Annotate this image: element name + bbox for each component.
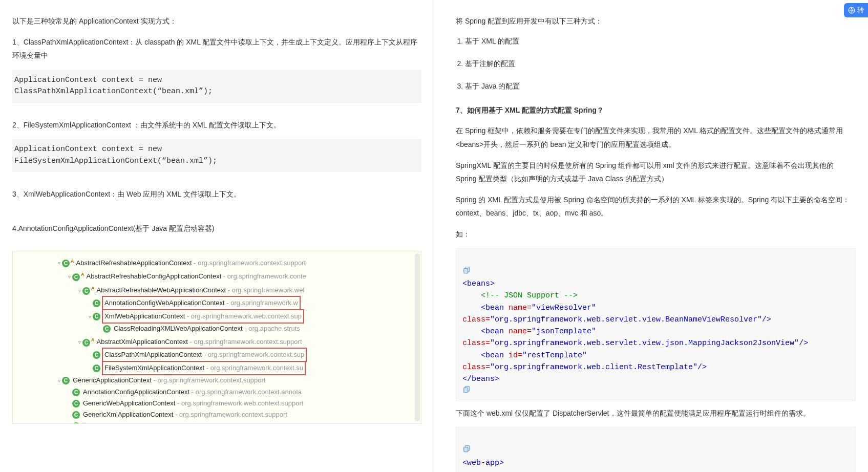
class-icon: C	[93, 364, 100, 372]
package-name: - org.springframework.conte	[221, 273, 306, 281]
package-name: - org.springframework.jca.context	[190, 422, 291, 424]
class-name: AbstractRefreshableConfigApplicationCont…	[87, 273, 222, 281]
xml-value: "jsonTemplate"	[532, 327, 596, 336]
xml-tag: <web-app>	[462, 459, 504, 467]
class-icon: C	[62, 260, 70, 267]
tree-row[interactable]: CGenericXmlApplicationContext - org.spri…	[13, 409, 421, 420]
xml-tag: <bean	[481, 304, 509, 312]
expander-icon[interactable]: ▿	[87, 311, 93, 323]
left-item-4: 4.AnnotationConfigApplicationContext(基于 …	[12, 222, 421, 235]
xml-value: "org.springframework.web.client.RestTemp…	[490, 363, 697, 372]
xml-value: "org.springframework.web.servlet.view.js…	[490, 339, 799, 348]
abstract-marker: A	[71, 259, 74, 264]
class-name: GenericWebApplicationContext	[83, 399, 175, 407]
class-icon: C	[93, 351, 100, 359]
xml-value: "viewResolver"	[532, 304, 596, 312]
class-name: GenericApplicationContext	[73, 376, 152, 384]
tree-row[interactable]: ▿CAAbstractXmlApplicationContext - org.s…	[13, 334, 421, 348]
right-p4: 如：	[456, 227, 856, 241]
class-icon: C	[72, 400, 80, 407]
class-name: AbstractXmlApplicationContext	[97, 338, 188, 346]
list-item: 基于注解的配置	[465, 58, 856, 69]
xml-tag: />	[799, 339, 808, 348]
xml-value: "restTemplate"	[522, 351, 587, 360]
document-page: 以下是三种较常见的 ApplicationContext 实现方式： 1、Cla…	[0, 0, 868, 472]
class-icon: C	[72, 273, 80, 281]
expander-icon[interactable]: ▿	[77, 337, 82, 348]
package-name: - org.apache.struts	[243, 325, 300, 332]
copy-icon[interactable]	[462, 444, 471, 453]
right-p3: Spring 的 XML 配置方式是使用被 Spring 命名空间的所支持的一系…	[456, 193, 856, 220]
right-column: 将 Spring 配置到应用开发中有以下三种方式： 基于 XML 的配置 基于注…	[434, 0, 868, 472]
xml-tag: <beans>	[462, 280, 495, 288]
package-name: - org.springframework.context.support	[152, 376, 266, 384]
xml-attr: class=	[462, 363, 490, 372]
question-7-title: 7、如何用基于 XML 配置的方式配置 Spring？	[456, 103, 856, 117]
class-name: AbstractRefreshableApplicationContext	[76, 259, 192, 267]
expander-icon[interactable]: ▿	[56, 258, 62, 269]
class-icon: C	[82, 339, 90, 347]
left-intro: 以下是三种较常见的 ApplicationContext 实现方式：	[12, 14, 421, 28]
xml-tag: </beans>	[462, 375, 499, 383]
tree-row[interactable]: ▿CAAbstractRefreshableWebApplicationCont…	[13, 283, 421, 296]
left-item-2: 2、FileSystemXmlApplicationContext ：由文件系统…	[12, 118, 421, 132]
copy-icon[interactable]	[462, 385, 471, 393]
xml-code-block-webapp: <web-app>	[456, 427, 856, 472]
package-name: - org.springframework.web.context.sup	[185, 312, 302, 320]
tree-row[interactable]: ▿CAAbstractRefreshableApplicationContext…	[13, 255, 421, 269]
tree-row[interactable]: CAnnotationConfigApplicationContext - or…	[13, 387, 421, 398]
config-ways-list: 基于 XML 的配置 基于注解的配置 基于 Java 的配置	[447, 35, 856, 92]
class-icon: C	[72, 411, 80, 419]
right-p1: 在 Spring 框架中，依赖和服务需要在专门的配置文件来实现，我常用的 XML…	[456, 124, 856, 151]
tree-row[interactable]: CGenericWebApplicationContext - org.spri…	[13, 398, 421, 409]
class-icon: C	[103, 325, 111, 333]
tree-row[interactable]: CResourceAdapterApplicationContext - org…	[13, 420, 421, 424]
tree-row[interactable]: ▿CAAbstractRefreshableConfigApplicationC…	[13, 269, 421, 283]
left-item-3: 3、XmlWebApplicationContext：由 Web 应用的 XML…	[12, 187, 421, 201]
xml-code-block-beans: <beans> <!-- JSON Support --> <bean name…	[456, 248, 856, 401]
xml-tag: <bean	[481, 351, 509, 360]
xml-comment: <!-- JSON Support -->	[481, 291, 578, 300]
xml-attr: id=	[509, 351, 522, 360]
class-name: ResourceAdapterApplicationContext	[83, 422, 190, 424]
tree-row[interactable]: CAnnotationConfigWebApplicationContext -…	[13, 296, 421, 310]
xml-tag: />	[697, 363, 707, 372]
right-p2: SpringXML 配置的主要目的时候是使所有的 Spring 组件都可以用 x…	[456, 159, 856, 186]
tree-row[interactable]: CClassReloadingXMLWebApplicationContext …	[13, 323, 421, 334]
svg-rect-4	[464, 388, 468, 393]
class-name: AnnotationConfigWebApplicationContext	[104, 299, 225, 307]
package-name: - org.springframework.w	[225, 299, 298, 307]
class-icon: C	[62, 377, 70, 384]
code-block-1: ApplicationContext context = new ClassPa…	[12, 70, 421, 103]
class-name: AnnotationConfigApplicationContext	[83, 388, 189, 396]
expander-icon[interactable]: ▿	[77, 285, 82, 296]
xml-tag: <bean	[481, 327, 509, 336]
class-name: AbstractRefreshableWebApplicationContext	[97, 287, 226, 294]
abstract-marker: A	[81, 272, 84, 277]
class-name: ClassPathXmlApplicationContext	[104, 351, 202, 358]
tree-scrollbar[interactable]	[415, 253, 420, 421]
tree-row[interactable]: ▿CXmlWebApplicationContext - org.springf…	[13, 310, 421, 323]
tree-row[interactable]: CClassPathXmlApplicationContext - org.sp…	[13, 348, 421, 361]
xml-attr: name=	[509, 327, 532, 336]
svg-rect-2	[464, 268, 468, 273]
package-name: - org.springframework.context.support	[192, 259, 306, 267]
tree-row[interactable]: ▿CGenericApplicationContext - org.spring…	[13, 375, 421, 387]
expander-icon[interactable]: ▿	[56, 375, 62, 387]
floating-translate-button[interactable]: 转	[844, 3, 868, 17]
class-icon: C	[82, 287, 90, 295]
tree-row[interactable]: CFileSystemXmlApplicationContext - org.s…	[13, 361, 421, 375]
abstract-marker: A	[91, 286, 95, 291]
left-item-1: 1、ClassPathXmlApplicationContext：从 class…	[12, 35, 421, 62]
package-name: - org.springframework.context.sup	[202, 351, 304, 358]
list-item: 基于 Java 的配置	[465, 80, 856, 92]
package-name: - org.springframework.context.su	[204, 364, 303, 372]
xml-attr: class=	[462, 315, 490, 324]
class-icon: C	[93, 299, 100, 307]
svg-rect-6	[464, 447, 468, 452]
expander-icon[interactable]: ▿	[67, 271, 72, 283]
class-name: XmlWebApplicationContext	[104, 312, 185, 320]
copy-icon[interactable]	[462, 266, 471, 274]
xml-attr: name=	[509, 304, 532, 312]
class-name: GenericXmlApplicationContext	[83, 411, 173, 418]
